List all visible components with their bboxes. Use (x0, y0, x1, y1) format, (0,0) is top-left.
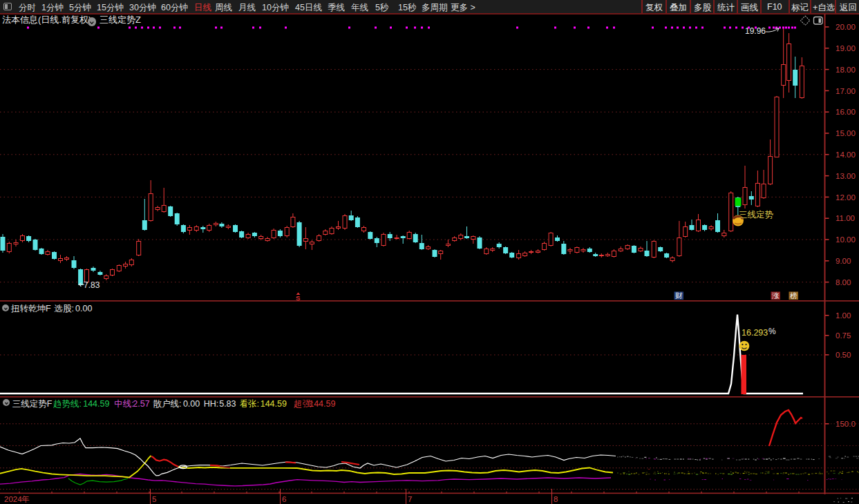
svg-text:15.00: 15.00 (836, 129, 856, 137)
svg-text:8: 8 (554, 495, 558, 503)
svg-text:财: 财 (675, 291, 683, 300)
svg-text:18.00: 18.00 (836, 66, 856, 74)
svg-text:11.00: 11.00 (836, 214, 855, 222)
svg-text:0.75: 0.75 (836, 331, 851, 340)
svg-text:19.96: 19.96 (745, 26, 766, 36)
svg-text:150.0: 150.0 (836, 420, 856, 428)
svg-text:17.00: 17.00 (836, 87, 856, 95)
svg-text:6: 6 (282, 495, 286, 503)
svg-text:%: % (768, 327, 776, 336)
svg-text:12.00: 12.00 (836, 193, 856, 202)
svg-text:5: 5 (152, 495, 156, 503)
svg-text:7: 7 (408, 495, 412, 503)
svg-text:涨: 涨 (772, 291, 780, 300)
svg-text:16.293: 16.293 (742, 328, 768, 338)
svg-text:三线定势: 三线定势 (739, 210, 774, 220)
svg-text:1.00: 1.00 (836, 311, 851, 320)
svg-text:7.83: 7.83 (84, 280, 100, 290)
svg-text:19.00: 19.00 (836, 44, 856, 52)
svg-text:10.00: 10.00 (836, 235, 856, 244)
svg-text:9.00: 9.00 (836, 257, 851, 265)
svg-text:榜: 榜 (790, 291, 797, 300)
svg-text:8.00: 8.00 (836, 278, 851, 287)
svg-text:20.00: 20.00 (836, 23, 856, 31)
svg-text:16.00: 16.00 (836, 108, 856, 116)
svg-text:13.00: 13.00 (836, 172, 856, 180)
svg-text:14.00: 14.00 (836, 151, 856, 159)
svg-text:0.50: 0.50 (836, 351, 851, 359)
svg-text:2024年: 2024年 (4, 495, 30, 503)
